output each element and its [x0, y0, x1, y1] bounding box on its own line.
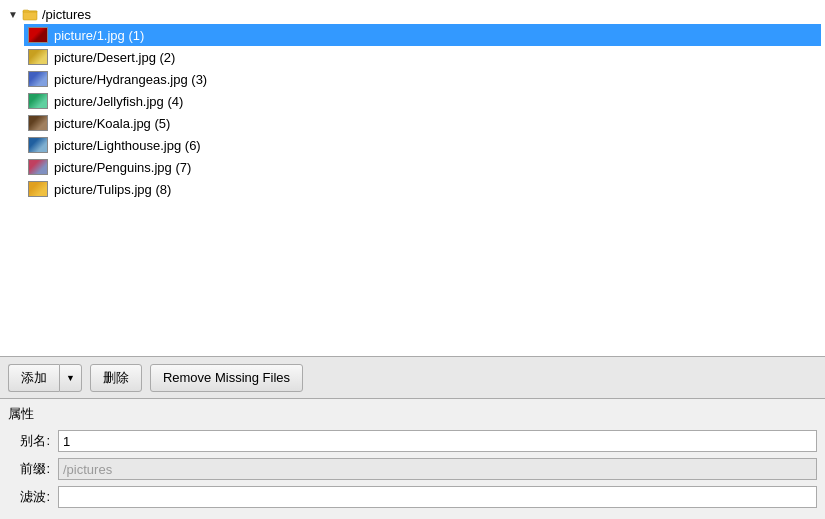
file-item[interactable]: picture/Tulips.jpg (8)	[24, 178, 821, 200]
svg-rect-0	[23, 11, 37, 20]
folder-icon	[22, 6, 38, 22]
file-name: picture/Hydrangeas.jpg (3)	[54, 72, 207, 87]
file-thumbnail	[28, 115, 48, 131]
delete-button[interactable]: 删除	[90, 364, 142, 392]
properties-title: 属性	[8, 405, 817, 423]
tree-arrow-icon: ▼	[8, 9, 18, 20]
file-name: picture/Jellyfish.jpg (4)	[54, 94, 183, 109]
filter-input[interactable]	[58, 486, 817, 508]
filter-label: 滤波:	[8, 488, 58, 506]
file-item[interactable]: picture/1.jpg (1)	[24, 24, 821, 46]
file-thumbnail	[28, 27, 48, 43]
file-items: picture/1.jpg (1)picture/Desert.jpg (2)p…	[4, 24, 821, 200]
file-item[interactable]: picture/Hydrangeas.jpg (3)	[24, 68, 821, 90]
toolbar: 添加 ▼ 删除 Remove Missing Files	[0, 357, 825, 399]
file-thumbnail	[28, 159, 48, 175]
tree-root-label: /pictures	[42, 7, 91, 22]
file-list-area: ▼ /pictures picture/1.jpg (1)picture/Des…	[0, 0, 825, 357]
file-item[interactable]: picture/Penguins.jpg (7)	[24, 156, 821, 178]
file-name: picture/Penguins.jpg (7)	[54, 160, 191, 175]
file-item[interactable]: picture/Koala.jpg (5)	[24, 112, 821, 134]
file-thumbnail	[28, 181, 48, 197]
file-name: picture/1.jpg (1)	[54, 28, 144, 43]
file-item[interactable]: picture/Desert.jpg (2)	[24, 46, 821, 68]
file-thumbnail	[28, 137, 48, 153]
file-thumbnail	[28, 71, 48, 87]
file-thumbnail	[28, 93, 48, 109]
path-row: 前缀:	[8, 457, 817, 481]
dropdown-arrow-icon: ▼	[66, 373, 75, 383]
filter-row: 滤波:	[8, 485, 817, 509]
file-item[interactable]: picture/Jellyfish.jpg (4)	[24, 90, 821, 112]
properties-area: 属性 别名: 前缀: 滤波:	[0, 399, 825, 519]
path-input[interactable]	[58, 458, 817, 480]
file-thumbnail	[28, 49, 48, 65]
file-name: picture/Desert.jpg (2)	[54, 50, 175, 65]
remove-missing-files-button[interactable]: Remove Missing Files	[150, 364, 303, 392]
alias-row: 别名:	[8, 429, 817, 453]
add-dropdown-button[interactable]: ▼	[59, 364, 82, 392]
main-container: ▼ /pictures picture/1.jpg (1)picture/Des…	[0, 0, 825, 519]
file-item[interactable]: picture/Lighthouse.jpg (6)	[24, 134, 821, 156]
alias-input[interactable]	[58, 430, 817, 452]
tree-header[interactable]: ▼ /pictures	[4, 4, 821, 24]
tree-root: ▼ /pictures picture/1.jpg (1)picture/Des…	[0, 2, 825, 202]
alias-label: 别名:	[8, 432, 58, 450]
file-name: picture/Tulips.jpg (8)	[54, 182, 171, 197]
add-button-group: 添加 ▼	[8, 364, 82, 392]
path-label: 前缀:	[8, 460, 58, 478]
file-name: picture/Koala.jpg (5)	[54, 116, 170, 131]
add-button[interactable]: 添加	[8, 364, 59, 392]
file-name: picture/Lighthouse.jpg (6)	[54, 138, 201, 153]
